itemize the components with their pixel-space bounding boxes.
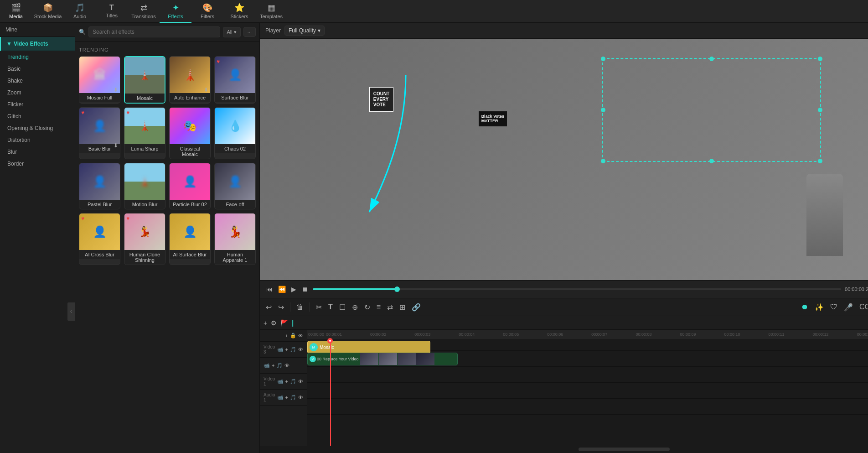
effect-card-human-clone[interactable]: ♥ 💃 Human Clone Shinning: [124, 213, 165, 265]
shield-button[interactable]: 🛡: [828, 302, 840, 312]
toolbar-audio[interactable]: 🎵 Audio: [64, 0, 96, 23]
sidebar-item-trending[interactable]: Trending: [0, 51, 75, 63]
effect-card-mosaic-full[interactable]: 🏛 Mosaic Full ⬇: [79, 56, 120, 104]
fx-add-icon[interactable]: +: [285, 333, 288, 338]
search-input[interactable]: [88, 26, 220, 37]
effect-card-surface-blur[interactable]: ♥ 👤 Surface Blur: [214, 56, 256, 104]
sidebar-item-basic[interactable]: Basic: [0, 63, 75, 75]
effect-card-basic-blur[interactable]: ♥ 👤 Basic Blur ⬇: [79, 107, 120, 159]
more-options-button[interactable]: ···: [243, 27, 256, 37]
toolbar-filters-label: Filters: [201, 14, 214, 19]
add-track-button[interactable]: +: [264, 319, 267, 327]
rec-button[interactable]: ⏺: [799, 302, 811, 312]
audio2-music-icon[interactable]: 🎵: [276, 363, 283, 369]
transitions-icon: ⇄: [140, 3, 147, 13]
video1-music-icon[interactable]: 🎵: [290, 379, 296, 385]
effect-thumb-pastel-blur: 👤: [79, 163, 120, 200]
progress-fill: [313, 288, 397, 290]
magic-button[interactable]: ✨: [812, 302, 826, 313]
effect-card-human-app[interactable]: 💃 Human Apparate 1: [214, 213, 256, 265]
effect-card-pastel-blur[interactable]: 👤 Pastel Blur: [79, 163, 120, 209]
grid-button[interactable]: ⊞: [397, 302, 408, 313]
toolbar-effects[interactable]: ✦ Effects: [160, 0, 191, 23]
fx-lock-icon[interactable]: 🔒: [290, 333, 296, 338]
redo-button[interactable]: ↪: [276, 302, 286, 313]
effect-card-mosaic[interactable]: 🗼 Mosaic: [124, 56, 165, 104]
quality-dropdown[interactable]: Full Quality ▾: [284, 26, 325, 36]
video3-add-icon[interactable]: +: [285, 347, 288, 353]
timeline-scrollbar[interactable]: [579, 448, 670, 451]
effect-card-auto-enhance[interactable]: 🗼 Auto Enhance ⬇: [169, 56, 211, 104]
audio1-music-icon[interactable]: 🎵: [290, 395, 296, 401]
audio2-add-icon[interactable]: +: [272, 363, 274, 369]
sidebar-item-opening-closing[interactable]: Opening & Closing: [0, 122, 75, 134]
toolbar-stickers[interactable]: ⭐ Stickers: [223, 0, 255, 23]
timeline-tracks-right: M Mosaic V: [307, 339, 868, 446]
play-back-button[interactable]: ⏪: [277, 285, 287, 294]
effect-card-particle-blur-02[interactable]: 👤 Particle Blur 02: [169, 163, 211, 209]
video3-cam-icon[interactable]: 📹: [277, 347, 284, 353]
toolbar-titles[interactable]: T Titles: [96, 0, 128, 23]
toolbar-media[interactable]: 🎬 Media: [0, 0, 32, 23]
delete-button[interactable]: 🗑: [294, 302, 306, 312]
video3-music-icon[interactable]: 🎵: [290, 347, 296, 353]
sidebar-video-effects[interactable]: ▼ Video Effects: [0, 37, 75, 51]
toolbar-filters[interactable]: 🎨 Filters: [191, 0, 223, 23]
video1-cam-icon[interactable]: 📹: [277, 379, 284, 385]
link-button[interactable]: 🔗: [409, 302, 423, 313]
audio1-add-icon[interactable]: +: [285, 395, 288, 401]
collapse-sidebar-button[interactable]: ‹: [67, 302, 75, 321]
video1-add-icon[interactable]: +: [285, 379, 288, 385]
effect-card-ai-surface-blur[interactable]: 👤 AI Surface Blur: [169, 213, 211, 265]
filter-dropdown[interactable]: All ▾: [223, 27, 241, 37]
sidebar-item-flicker[interactable]: Flicker: [0, 99, 75, 110]
playhead-dot: [329, 340, 331, 342]
timeline-ruler: 00:00:00 00:00:01 00:00:02 00:00:03 00:0…: [307, 330, 868, 339]
effect-card-chaos-02[interactable]: 💧 Chaos 02: [214, 107, 256, 159]
audio2-cam-icon[interactable]: 📹: [264, 363, 270, 369]
player-label: Player: [265, 27, 281, 34]
fx-track-row: M Mosaic: [307, 339, 868, 351]
sidebar-item-blur[interactable]: Blur: [0, 146, 75, 158]
split-button[interactable]: ≡: [374, 302, 383, 312]
mic-button[interactable]: 🎤: [842, 302, 855, 313]
caption-button[interactable]: CC: [857, 302, 868, 312]
sidebar-item-shake[interactable]: Shake: [0, 75, 75, 87]
rotate-button[interactable]: ↻: [362, 302, 372, 313]
stop-button[interactable]: ⏹: [301, 285, 309, 294]
effect-card-luma-sharp[interactable]: ♥ 🗼 Luma Sharp: [124, 107, 165, 159]
sidebar-mine[interactable]: Mine: [0, 23, 75, 37]
effect-card-ai-cross-blur[interactable]: ♥ 👤 AI Cross Blur: [79, 213, 120, 265]
text-button[interactable]: T: [326, 302, 335, 312]
timeline-settings-button[interactable]: ⚙: [271, 319, 277, 327]
cut-button[interactable]: ✂: [314, 302, 324, 313]
sidebar-item-zoom[interactable]: Zoom: [0, 87, 75, 99]
undo-button[interactable]: ↩: [264, 302, 274, 313]
sidebar-item-distortion[interactable]: Distortion: [0, 134, 75, 146]
video1-eye-icon[interactable]: 👁: [298, 379, 303, 385]
effect-card-face-off[interactable]: 👤 Face-off: [214, 163, 256, 209]
sidebar-item-glitch[interactable]: Glitch: [0, 110, 75, 122]
toolbar-templates[interactable]: ▦ Templates: [255, 0, 287, 23]
toolbar-stock-media[interactable]: 📦 Stock Media: [32, 0, 64, 23]
fx-eye-icon[interactable]: 👁: [298, 333, 303, 338]
step-back-button[interactable]: ⏮: [265, 285, 274, 294]
video3-eye-icon[interactable]: 👁: [298, 347, 303, 353]
play-button[interactable]: ▶: [290, 285, 297, 294]
effect-thumb-mosaic: 🗼: [125, 57, 165, 94]
effect-label-ai-cross-blur: AI Cross Blur: [79, 250, 120, 259]
swap-button[interactable]: ⇄: [385, 302, 395, 313]
audio2-eye-icon[interactable]: 👁: [284, 363, 289, 369]
audio1-cam-icon[interactable]: 📹: [277, 395, 284, 401]
sidebar-item-border[interactable]: Border: [0, 158, 75, 170]
add-button[interactable]: ⊕: [350, 302, 360, 313]
effect-card-motion-blur[interactable]: 🗼 Motion Blur: [124, 163, 165, 209]
timeline-marker-button[interactable]: 🚩: [280, 319, 288, 327]
audio1-eye-icon[interactable]: 👁: [298, 395, 303, 401]
effect-card-classical-mosaic[interactable]: 🎭 Classical Mosaic: [169, 107, 211, 159]
mine-label: Mine: [5, 26, 17, 33]
progress-bar[interactable]: [313, 288, 841, 290]
video-clip[interactable]: V 00 Replace Your Video: [307, 353, 458, 365]
toolbar-transitions[interactable]: ⇄ Transitions: [128, 0, 160, 23]
crop-button[interactable]: ☐: [337, 302, 348, 313]
